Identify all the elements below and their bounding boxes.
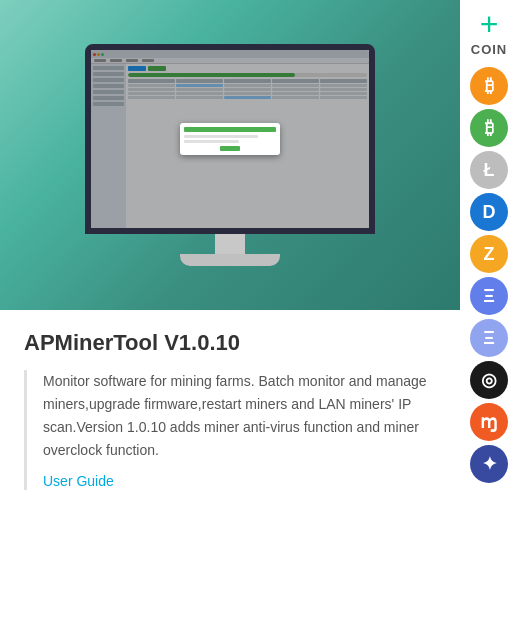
main-content: APMinerTool V1.0.10 Monitor software for… [0, 0, 460, 620]
coin-icon-list: ₿₿ŁDZΞΞ◎ɱ✦ [470, 67, 508, 483]
ethereum-classic-icon[interactable]: Ξ [470, 319, 508, 357]
bitcoin-cash-icon[interactable]: ₿ [470, 109, 508, 147]
monero-icon[interactable]: ɱ [470, 403, 508, 441]
coin-header: + COIN [471, 8, 508, 57]
description-text: Monitor software for mining farms. Batch… [43, 370, 436, 462]
monitor-wrap [85, 44, 375, 266]
ravencoin-icon[interactable]: ✦ [470, 445, 508, 483]
description-box: Monitor software for mining farms. Batch… [24, 370, 436, 490]
monitor-screen-inner [91, 50, 369, 228]
ethereum-icon[interactable]: Ξ [470, 277, 508, 315]
litecoin-icon[interactable]: Ł [470, 151, 508, 189]
plus-icon: + [480, 8, 499, 40]
other-coin-icon[interactable]: ◎ [470, 361, 508, 399]
coin-label: COIN [471, 42, 508, 57]
monitor-stand-base [180, 254, 280, 266]
monitor-screen [85, 44, 375, 234]
monitor-stand-neck [215, 234, 245, 254]
text-content: APMinerTool V1.0.10 Monitor software for… [0, 310, 460, 620]
dash-icon[interactable]: D [470, 193, 508, 231]
zcash-icon[interactable]: Z [470, 235, 508, 273]
monitor-area [0, 0, 460, 310]
user-guide-link[interactable]: User Guide [43, 473, 114, 489]
right-sidebar: + COIN ₿₿ŁDZΞΞ◎ɱ✦ [460, 0, 518, 620]
bitcoin-icon[interactable]: ₿ [470, 67, 508, 105]
fake-app-ui [91, 50, 369, 228]
app-title: APMinerTool V1.0.10 [24, 330, 436, 356]
